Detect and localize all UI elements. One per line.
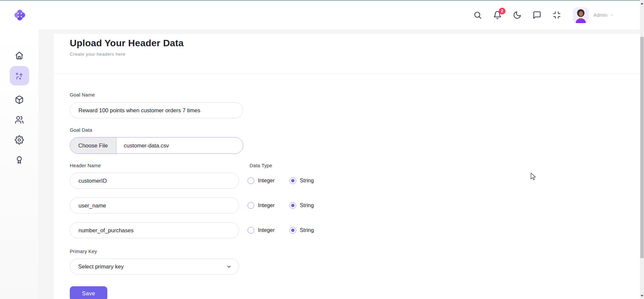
primary-key-label: Primary Key — [70, 249, 624, 254]
user-menu[interactable]: Admin — [573, 7, 614, 23]
choose-file-button[interactable]: Choose File — [70, 137, 116, 154]
notification-count-badge: 2 — [499, 8, 505, 14]
topbar-actions: 2 Admin — [473, 7, 614, 23]
page-title: Upload Your Header Data — [70, 38, 624, 49]
sidebar-item-customers[interactable] — [10, 110, 29, 129]
header-name-input-3[interactable] — [70, 222, 239, 238]
strategy-icon — [15, 71, 24, 80]
save-button[interactable]: Save — [70, 286, 107, 299]
header-name-input-2[interactable] — [70, 197, 239, 214]
header-column-labels: Header Name Data Type — [70, 163, 624, 168]
string-radio-option[interactable]: String — [289, 227, 314, 234]
header-data-form: Goal Name Goal Data Choose File customer… — [54, 92, 640, 299]
radio-unchecked-icon[interactable] — [248, 177, 254, 184]
sidebar — [0, 29, 39, 299]
sidebar-item-home[interactable] — [10, 46, 29, 65]
scroll-down-arrow-icon[interactable] — [640, 293, 644, 298]
home-icon — [15, 51, 24, 60]
award-icon — [15, 156, 24, 165]
data-type-label: Data Type — [250, 163, 272, 168]
header-name-label: Header Name — [70, 163, 250, 168]
radio-checked-icon[interactable] — [289, 202, 296, 209]
header-name-input-1[interactable] — [70, 173, 239, 189]
string-radio-option[interactable]: String — [289, 177, 314, 184]
integer-radio-option[interactable]: Integer — [248, 177, 275, 184]
chevron-down-icon — [226, 264, 232, 270]
sidebar-item-settings[interactable] — [10, 130, 29, 150]
user-role-label[interactable]: Admin — [593, 12, 614, 18]
header-row: Integer String — [70, 222, 624, 238]
string-radio-option[interactable]: String — [289, 202, 314, 209]
vertical-scrollbar[interactable] — [640, 0, 644, 299]
radio-checked-icon[interactable] — [289, 227, 296, 234]
goal-name-input[interactable] — [70, 102, 243, 118]
chat-icon[interactable] — [533, 11, 542, 20]
integer-radio-option[interactable]: Integer — [248, 227, 275, 234]
notifications-bell-icon[interactable]: 2 — [493, 11, 502, 20]
top-accent-line — [0, 0, 640, 1]
shrink-icon[interactable] — [552, 11, 561, 20]
main-content-area: Upload Your Header Data Create your head… — [39, 29, 640, 299]
settings-icon — [15, 135, 24, 144]
page-subtitle: Create your headers here — [70, 52, 624, 57]
goal-name-label: Goal Name — [70, 92, 624, 98]
app-logo-icon[interactable] — [13, 9, 26, 21]
dark-mode-moon-icon[interactable] — [513, 11, 522, 20]
primary-key-select[interactable]: Select primary key — [70, 258, 239, 275]
data-type-radio-group-3: Integer String — [248, 227, 314, 234]
sidebar-item-rewards[interactable] — [10, 150, 29, 170]
content-panel: Upload Your Header Data Create your head… — [54, 34, 640, 299]
users-icon — [15, 115, 24, 124]
data-type-radio-group-2: Integer String — [248, 202, 314, 209]
sidebar-item-products[interactable] — [10, 90, 29, 109]
avatar[interactable] — [573, 7, 589, 23]
top-header-bar: 2 Admin — [0, 1, 640, 29]
panel-header: Upload Your Header Data Create your head… — [54, 34, 640, 74]
data-type-radio-group-1: Integer String — [248, 177, 314, 184]
scroll-up-arrow-icon[interactable] — [640, 1, 644, 6]
header-row: Integer String — [70, 173, 624, 189]
search-icon[interactable] — [473, 11, 482, 20]
package-icon — [15, 95, 24, 104]
chevron-down-icon — [610, 13, 614, 17]
scrollbar-thumb[interactable] — [640, 37, 644, 258]
file-name-text: customer-data.csv — [116, 137, 169, 154]
goal-data-label: Goal Data — [70, 127, 624, 133]
sidebar-item-goals-active[interactable] — [10, 66, 29, 85]
primary-key-selected-value: Select primary key — [78, 263, 124, 270]
goal-data-file-input[interactable]: Choose File customer-data.csv — [70, 137, 243, 154]
radio-checked-icon[interactable] — [289, 177, 296, 184]
radio-unchecked-icon[interactable] — [248, 227, 254, 234]
radio-unchecked-icon[interactable] — [248, 202, 254, 209]
integer-radio-option[interactable]: Integer — [248, 202, 275, 209]
header-row: Integer String — [70, 197, 624, 214]
